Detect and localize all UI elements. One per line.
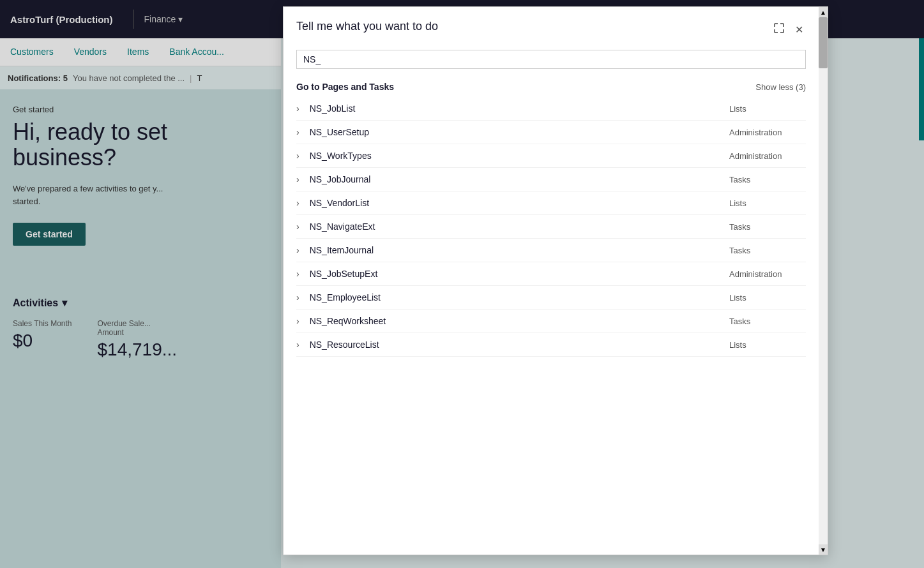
result-chevron-icon: › [296, 245, 299, 255]
result-name: NS_EmployeeList [310, 292, 729, 303]
result-item[interactable]: › NS_JobJournal Tasks [296, 168, 806, 191]
result-item[interactable]: › NS_JobList Lists [296, 97, 806, 121]
show-less-button[interactable]: Show less (3) [755, 82, 806, 92]
result-category: Tasks [729, 175, 806, 184]
result-name: NS_JobList [310, 103, 729, 114]
result-chevron-icon: › [296, 340, 299, 350]
result-name: NS_ReqWorksheet [310, 316, 729, 326]
result-chevron-icon: › [296, 103, 299, 114]
result-category: Lists [729, 104, 806, 114]
result-item[interactable]: › NS_ReqWorksheet Tasks [296, 310, 806, 333]
scroll-up-button[interactable]: ▲ [819, 7, 828, 17]
result-item[interactable]: › NS_UserSetup Administration [296, 121, 806, 144]
search-input[interactable] [303, 54, 799, 64]
results-list: › NS_JobList Lists › NS_UserSetup Admini… [296, 97, 806, 357]
result-item[interactable]: › NS_ResourceList Lists [296, 333, 806, 357]
result-item[interactable]: › NS_ItemJournal Tasks [296, 239, 806, 262]
result-chevron-icon: › [296, 127, 299, 137]
modal-title: Tell me what you want to do [296, 20, 438, 33]
search-modal: ▲ ▼ Tell me what you want to do ✕ Go to [283, 6, 828, 555]
scroll-down-button[interactable]: ▼ [819, 544, 828, 555]
result-category: Lists [729, 293, 806, 303]
result-item[interactable]: › NS_JobSetupExt Administration [296, 262, 806, 286]
result-chevron-icon: › [296, 174, 299, 184]
result-chevron-icon: › [296, 221, 299, 232]
section-header: Go to Pages and Tasks Show less (3) [296, 74, 806, 97]
modal-header: Tell me what you want to do ✕ [284, 7, 819, 40]
scroll-thumb[interactable] [819, 17, 828, 68]
result-name: NS_JobSetupExt [310, 269, 729, 279]
result-name: NS_JobJournal [310, 174, 729, 184]
result-category: Administration [729, 128, 806, 137]
result-name: NS_UserSetup [310, 127, 729, 137]
search-box[interactable] [296, 50, 806, 69]
result-name: NS_WorkTypes [310, 151, 729, 161]
result-chevron-icon: › [296, 316, 299, 326]
result-chevron-icon: › [296, 292, 299, 303]
result-category: Tasks [729, 317, 806, 326]
result-name: NS_ResourceList [310, 340, 729, 350]
modal-close-button[interactable]: ✕ [792, 21, 806, 38]
modal-actions: ✕ [771, 20, 806, 40]
section-title: Go to Pages and Tasks [296, 82, 394, 92]
result-category: Tasks [729, 222, 806, 232]
result-category: Lists [729, 340, 806, 350]
result-chevron-icon: › [296, 198, 299, 208]
result-category: Administration [729, 269, 806, 279]
result-chevron-icon: › [296, 269, 299, 279]
result-item[interactable]: › NS_EmployeeList Lists [296, 286, 806, 310]
results-area: Go to Pages and Tasks Show less (3) › NS… [284, 74, 819, 555]
result-item[interactable]: › NS_VendorList Lists [296, 191, 806, 215]
result-item[interactable]: › NS_WorkTypes Administration [296, 144, 806, 168]
result-category: Administration [729, 151, 806, 161]
result-name: NS_VendorList [310, 198, 729, 208]
result-name: NS_ItemJournal [310, 245, 729, 255]
result-name: NS_NavigateExt [310, 221, 729, 232]
result-item[interactable]: › NS_NavigateExt Tasks [296, 215, 806, 239]
modal-scrollbar[interactable]: ▲ ▼ [819, 7, 828, 555]
modal-expand-button[interactable] [771, 20, 787, 40]
result-category: Lists [729, 198, 806, 208]
result-category: Tasks [729, 246, 806, 255]
result-chevron-icon: › [296, 151, 299, 161]
